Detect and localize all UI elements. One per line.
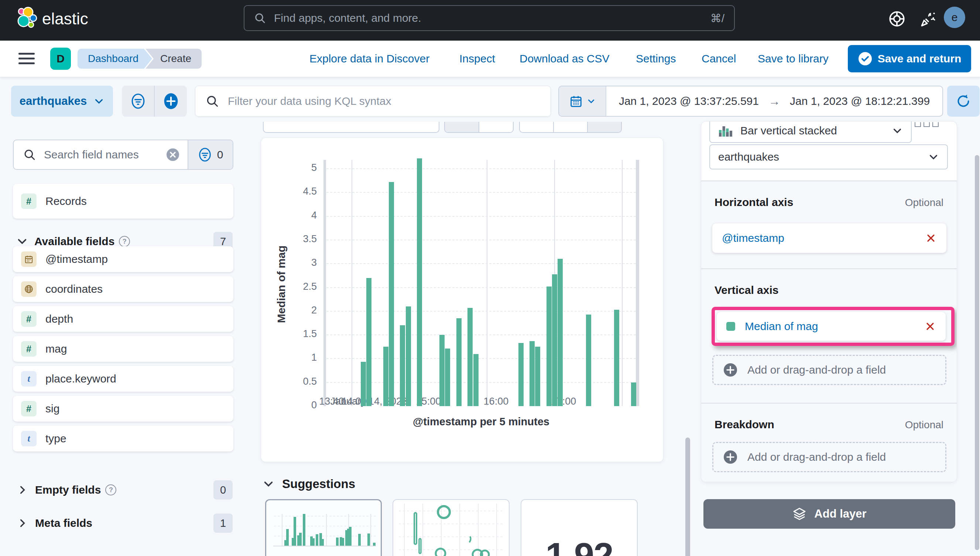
date-quick-select-button[interactable] bbox=[559, 86, 606, 116]
suggestions-header[interactable]: Suggestions bbox=[263, 477, 355, 491]
field-search-placeholder: Search field names bbox=[44, 149, 139, 161]
horizontal-axis-dimension[interactable]: @timestamp bbox=[712, 223, 946, 253]
field-item-mag[interactable]: # mag bbox=[13, 336, 233, 362]
refresh-icon bbox=[956, 94, 971, 109]
records-field-item[interactable]: # Records bbox=[13, 184, 233, 218]
empty-fields-label: Empty fields bbox=[35, 484, 101, 496]
field-item-timestamp[interactable]: @timestamp bbox=[13, 246, 233, 272]
vertical-axis-field[interactable]: Median of mag bbox=[745, 320, 818, 333]
bar-chart-stacked-icon bbox=[718, 123, 733, 138]
field-item-depth[interactable]: # depth bbox=[13, 306, 233, 332]
suggestion-scatter-thumbnail bbox=[393, 500, 509, 556]
date-range-end[interactable]: Jan 1, 2023 @ 18:12:21.399 bbox=[790, 95, 930, 107]
suggestion-scatter-chart[interactable] bbox=[393, 499, 509, 556]
chevron-right-icon bbox=[17, 518, 28, 528]
workspace-toolbar-toggle-group-cut[interactable] bbox=[444, 122, 514, 133]
workspace-toolbar-button-group-cut[interactable] bbox=[519, 122, 622, 133]
add-layer-button[interactable]: Add layer bbox=[703, 499, 955, 529]
help-icon[interactable] bbox=[888, 10, 906, 28]
workspace-scrollbar[interactable] bbox=[685, 438, 690, 556]
metric-value: 1.92 bbox=[545, 535, 613, 556]
arrow-right-icon: → bbox=[768, 95, 780, 108]
suggestion-metric[interactable]: 1.92 bbox=[521, 499, 638, 556]
vertical-axis-dimension[interactable]: Median of mag bbox=[717, 312, 946, 341]
layer-data-view-label: earthquakes bbox=[718, 150, 779, 163]
chart-right-edge-line bbox=[636, 160, 639, 406]
elastic-logo-icon[interactable] bbox=[14, 6, 39, 30]
newsfeed-icon[interactable] bbox=[919, 10, 938, 28]
horizontal-axis-heading: Horizontal axis bbox=[715, 196, 793, 208]
nav-link-save-to-library[interactable]: Save to library bbox=[758, 40, 829, 77]
top-header-bar: elastic Find apps, content, and more. ⌘/… bbox=[0, 0, 980, 40]
field-item-coordinates[interactable]: coordinates bbox=[13, 276, 233, 302]
avatar[interactable]: e bbox=[944, 6, 965, 28]
meta-fields-count-badge: 1 bbox=[213, 514, 233, 533]
page-scrollbar[interactable] bbox=[975, 155, 979, 550]
layer-data-view-select[interactable]: earthquakes bbox=[709, 144, 948, 170]
date-range-picker: Jan 1, 2023 @ 13:37:25.591 → Jan 1, 2023… bbox=[558, 86, 943, 117]
chevron-right-icon bbox=[17, 485, 28, 495]
save-and-return-button[interactable]: Save and return bbox=[848, 45, 971, 72]
add-filter-button[interactable] bbox=[155, 93, 187, 110]
field-filter-count: 0 bbox=[217, 149, 223, 161]
help-question-icon[interactable]: ? bbox=[105, 484, 116, 495]
field-item-sig[interactable]: # sig bbox=[13, 396, 233, 422]
chevron-down-icon bbox=[17, 236, 28, 247]
number-token-icon: # bbox=[21, 311, 37, 327]
search-icon bbox=[206, 95, 219, 108]
geo-token-icon bbox=[21, 281, 37, 297]
remove-dimension-icon[interactable] bbox=[925, 232, 937, 244]
layer-config-panel: Bar vertical stacked earthquakes Horizon… bbox=[701, 121, 957, 482]
field-item-type[interactable]: t type bbox=[13, 426, 233, 451]
chart-type-select[interactable]: Bar vertical stacked bbox=[709, 121, 912, 143]
global-search-input[interactable]: Find apps, content, and more. ⌘/ bbox=[244, 5, 735, 31]
breadcrumb-create[interactable]: Create bbox=[146, 49, 202, 69]
date-token-icon bbox=[21, 251, 37, 267]
menu-hamburger-icon[interactable] bbox=[18, 53, 35, 65]
clear-search-icon[interactable] bbox=[165, 147, 180, 162]
nav-link-download-csv[interactable]: Download as CSV bbox=[519, 40, 609, 77]
refresh-button[interactable] bbox=[947, 86, 980, 117]
data-view-picker[interactable]: earthquakes bbox=[11, 86, 113, 117]
field-item-place-keyword[interactable]: t place.keyword bbox=[13, 366, 233, 392]
nav-link-explore-discover[interactable]: Explore data in Discover bbox=[309, 40, 429, 77]
remove-dimension-icon[interactable] bbox=[924, 320, 936, 332]
meta-fields-header[interactable]: Meta fields bbox=[13, 511, 233, 535]
plus-in-circle-icon bbox=[723, 450, 738, 464]
search-icon bbox=[254, 12, 266, 24]
chart-workspace-panel bbox=[261, 137, 663, 462]
nav-link-cancel[interactable]: Cancel bbox=[702, 40, 736, 77]
nav-link-inspect[interactable]: Inspect bbox=[459, 40, 495, 77]
chevron-down-icon bbox=[263, 478, 274, 490]
elastic-logo-text[interactable]: elastic bbox=[42, 10, 88, 28]
string-token-icon: t bbox=[21, 371, 37, 386]
check-in-circle-icon bbox=[858, 51, 873, 66]
breakdown-optional: Optional bbox=[905, 419, 943, 431]
field-search-group: Search field names 0 bbox=[13, 139, 233, 170]
horizontal-axis-field[interactable]: @timestamp bbox=[722, 232, 784, 244]
vertical-axis-add-field[interactable]: Add or drag-and-drop a field bbox=[712, 355, 946, 385]
string-token-icon: t bbox=[21, 431, 37, 446]
y-axis-title: Median of mag bbox=[275, 246, 288, 323]
filter-in-circle-icon bbox=[198, 148, 212, 162]
empty-fields-header[interactable]: Empty fields ? bbox=[13, 478, 233, 502]
nav-link-settings[interactable]: Settings bbox=[636, 40, 676, 77]
space-badge[interactable]: D bbox=[50, 48, 71, 70]
filter-controls-group bbox=[122, 86, 187, 117]
suggestions-title: Suggestions bbox=[282, 477, 355, 491]
kql-query-input[interactable]: Filter your data using KQL syntax bbox=[195, 86, 551, 117]
breadcrumb-dashboard[interactable]: Dashboard bbox=[78, 49, 152, 69]
search-shortcut-hint: ⌘/ bbox=[710, 12, 724, 25]
help-question-icon[interactable]: ? bbox=[119, 236, 130, 247]
workspace-toolbar-input-cut[interactable] bbox=[263, 122, 440, 133]
field-filter-button[interactable]: 0 bbox=[188, 140, 233, 169]
date-range-start[interactable]: Jan 1, 2023 @ 13:37:25.591 bbox=[619, 95, 759, 107]
suggestion-current-bar-chart[interactable] bbox=[265, 499, 382, 556]
add-layer-label: Add layer bbox=[814, 507, 866, 520]
chevron-down-icon bbox=[928, 151, 939, 162]
chart-switch-icon-cut[interactable] bbox=[915, 122, 939, 127]
breakdown-add-field[interactable]: Add or drag-and-drop a field bbox=[712, 442, 946, 472]
y-axis-line bbox=[323, 160, 326, 406]
field-search-input[interactable]: Search field names bbox=[14, 149, 165, 161]
saved-query-menu-button[interactable] bbox=[122, 86, 155, 117]
